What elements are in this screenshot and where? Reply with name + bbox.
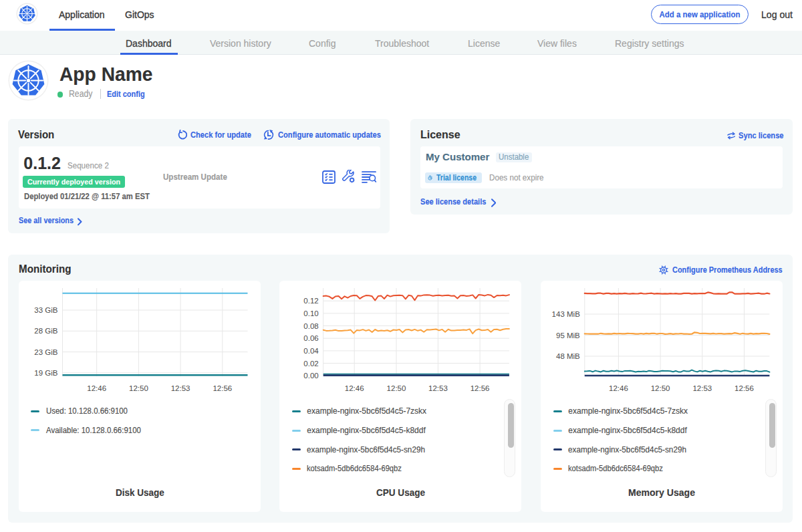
svg-text:23 GiB: 23 GiB — [34, 348, 57, 356]
svg-text:12:50: 12:50 — [129, 384, 148, 392]
svg-text:12:56: 12:56 — [471, 384, 490, 392]
svg-text:12:53: 12:53 — [171, 384, 190, 392]
svg-text:33 GiB: 33 GiB — [34, 306, 57, 314]
svg-text:12:56: 12:56 — [213, 384, 232, 392]
svg-text:0.12: 0.12 — [303, 297, 318, 305]
svg-text:28 GiB: 28 GiB — [34, 327, 57, 335]
svg-text:0.08: 0.08 — [303, 322, 318, 330]
svg-text:0.04: 0.04 — [303, 347, 319, 355]
svg-text:19 GiB: 19 GiB — [34, 369, 57, 377]
svg-text:12:53: 12:53 — [692, 384, 712, 392]
svg-text:0.10: 0.10 — [303, 309, 318, 317]
svg-text:12:46: 12:46 — [345, 384, 364, 392]
svg-text:0.02: 0.02 — [303, 360, 318, 368]
svg-text:12:46: 12:46 — [609, 384, 628, 392]
svg-text:12:50: 12:50 — [651, 384, 670, 392]
svg-text:0.06: 0.06 — [303, 334, 318, 342]
svg-text:12:56: 12:56 — [734, 384, 754, 392]
svg-text:12:50: 12:50 — [387, 384, 406, 392]
svg-text:95 MiB: 95 MiB — [556, 331, 580, 340]
svg-text:48 MiB: 48 MiB — [556, 352, 580, 360]
svg-text:143 MiB: 143 MiB — [552, 310, 581, 318]
svg-text:12:53: 12:53 — [428, 384, 448, 392]
svg-text:0.00: 0.00 — [303, 372, 318, 380]
svg-text:12:46: 12:46 — [87, 384, 106, 392]
